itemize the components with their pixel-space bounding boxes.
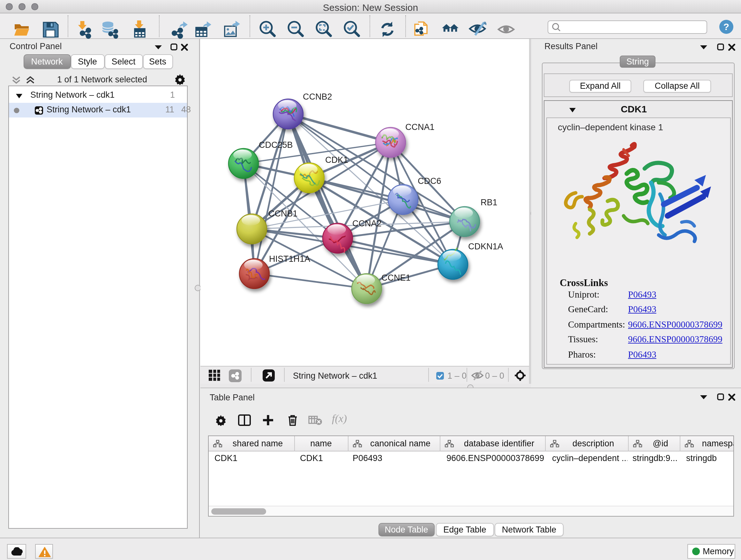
svg-text:HIST1H1A: HIST1H1A: [269, 254, 310, 264]
svg-text:CCNB1: CCNB1: [268, 209, 298, 219]
svg-text:CCNA2: CCNA2: [352, 219, 382, 228]
svg-text:CDC6: CDC6: [418, 176, 441, 186]
svg-text:CCNE1: CCNE1: [381, 273, 411, 283]
svg-text:CCNA1: CCNA1: [405, 122, 434, 132]
svg-text:RB1: RB1: [481, 198, 497, 207]
svg-text:CDKN1A: CDKN1A: [468, 242, 503, 251]
svg-text:CCNB2: CCNB2: [303, 92, 332, 102]
svg-text:CDK1: CDK1: [325, 155, 348, 165]
svg-text:CDC25B: CDC25B: [259, 140, 293, 150]
